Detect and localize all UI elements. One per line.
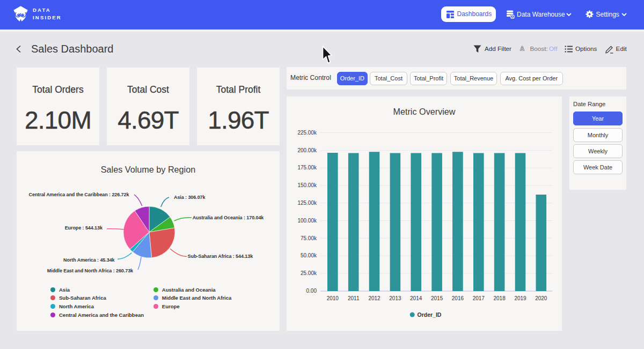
svg-text:Order_ID: Order_ID bbox=[418, 311, 442, 318]
svg-text:175.00k: 175.00k bbox=[297, 165, 317, 170]
svg-text:2020: 2020 bbox=[535, 295, 547, 301]
svg-text:2018: 2018 bbox=[493, 295, 506, 301]
svg-text:150.00k: 150.00k bbox=[297, 182, 317, 188]
svg-text:100.00k: 100.00k bbox=[297, 218, 317, 224]
svg-text:75.00k: 75.00k bbox=[301, 235, 317, 241]
svg-text:2014: 2014 bbox=[410, 295, 422, 301]
svg-text:2015: 2015 bbox=[431, 295, 443, 301]
svg-text:2010: 2010 bbox=[327, 295, 339, 301]
svg-text:2016: 2016 bbox=[452, 295, 464, 301]
svg-text:0.00: 0.00 bbox=[306, 288, 317, 294]
svg-text:200.00k: 200.00k bbox=[297, 147, 317, 153]
svg-text:2013: 2013 bbox=[389, 295, 401, 301]
svg-text:50.00k: 50.00k bbox=[301, 253, 317, 258]
svg-text:2012: 2012 bbox=[368, 295, 380, 301]
svg-text:225.00k: 225.00k bbox=[297, 130, 317, 136]
svg-text:2017: 2017 bbox=[473, 295, 485, 301]
svg-text:25.00k: 25.00k bbox=[301, 270, 317, 276]
svg-text:2019: 2019 bbox=[514, 295, 526, 301]
svg-text:125.00k: 125.00k bbox=[297, 200, 317, 206]
svg-text:2011: 2011 bbox=[348, 295, 360, 301]
